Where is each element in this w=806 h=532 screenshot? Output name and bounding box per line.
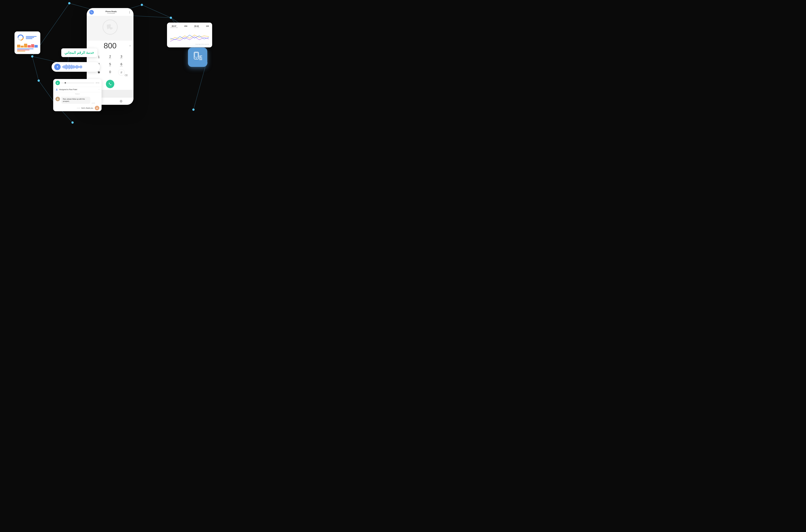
dial-phone-icon (102, 19, 118, 35)
analytics-widget (15, 32, 40, 54)
wave-bar (74, 65, 75, 68)
stat-num-2: 123 (206, 25, 209, 27)
phone-header-center: Phone Ready Counterpath (105, 11, 117, 14)
svg-rect-34 (199, 56, 202, 56)
bar-lines (17, 49, 38, 52)
svg-point-22 (72, 121, 74, 124)
stat-item-1: 00:37 HANDLE TIME (170, 25, 178, 28)
chat-message-text-1: Ravi, please follow up with this prospec… (63, 98, 85, 102)
wave-bar (63, 66, 63, 68)
phone-ready-status: Phone Ready (105, 11, 117, 13)
wave-bar (65, 65, 65, 68)
assigned-row[interactable]: Assigned to Ravi Patel › (53, 87, 101, 92)
donut-chart (17, 34, 24, 41)
reply-time-1: 13:04 (77, 107, 80, 109)
keypad-delete[interactable]: ⌫ (123, 72, 129, 78)
bottom-settings-icon[interactable] (119, 99, 123, 103)
phone-menu-dots[interactable]: ⋮ (128, 11, 131, 14)
stats-top: 00:37 HANDLE TIME 234 00:42 TALK TIME 12… (170, 25, 209, 28)
voice-waveform (62, 64, 97, 70)
chat-reply-1: 13:04 Got it, thank you. (53, 105, 101, 111)
wave-bar (65, 65, 66, 69)
svg-point-17 (141, 4, 143, 6)
keypad-0[interactable]: 0 + (107, 69, 113, 76)
bar-4 (27, 45, 31, 48)
bar-line-1 (17, 49, 34, 49)
wave-bar (71, 65, 72, 69)
reply-text-1: Got it, thank you. (81, 107, 94, 109)
wave-bar (70, 65, 70, 69)
today-label: TODAY (53, 92, 101, 96)
stat-time-2: 00:42 (194, 25, 199, 27)
wave-bar (72, 65, 72, 69)
wave-bar (66, 64, 67, 70)
wave-bar (70, 65, 71, 69)
wave-bar (67, 65, 68, 69)
audio-progress-bar (61, 83, 94, 83)
voice-widget (52, 62, 100, 72)
wave-bar (73, 65, 73, 68)
wave-bar (75, 66, 76, 68)
svg-point-20 (38, 79, 40, 82)
qr-phone-icon (191, 51, 204, 64)
svg-point-24 (192, 109, 195, 111)
svg-point-18 (170, 17, 172, 19)
audio-play-button[interactable]: ▶ (55, 81, 60, 85)
svg-rect-37 (199, 58, 200, 59)
bar-1 (17, 45, 20, 48)
stat-item-3: 00:42 TALK TIME (194, 25, 199, 28)
wave-bar (78, 65, 78, 68)
wave-bar (80, 65, 80, 68)
call-button[interactable] (106, 80, 114, 88)
wave-bar (69, 64, 69, 69)
chat-time-1: 12:45 (92, 102, 95, 104)
donut-line-2 (26, 37, 34, 38)
wave-bar (74, 65, 74, 69)
wave-bar (78, 66, 79, 68)
keypad-5[interactable]: 5 JKL (107, 61, 113, 68)
bar-chart-row (17, 43, 38, 48)
chat-message-1: Ravi, please follow up with this prospec… (53, 96, 101, 105)
clear-number-btn[interactable]: × (129, 44, 131, 48)
svg-point-33 (196, 58, 197, 59)
chart-area (170, 30, 209, 43)
keypad-6[interactable]: 6 MNO (118, 61, 124, 68)
svg-point-19 (31, 55, 33, 58)
dialed-number: 800 (104, 41, 117, 50)
keypad-2[interactable]: 2 ABC (107, 54, 113, 60)
wave-bar (62, 66, 63, 68)
svg-point-15 (68, 2, 71, 4)
audio-time: 00:53 (96, 82, 99, 84)
svg-line-8 (193, 63, 206, 110)
assigned-text: Assigned to Ravi Patel (59, 89, 77, 91)
bar-5 (31, 44, 34, 48)
phone-header: Phone Ready Counterpath ⋮ (87, 8, 133, 16)
svg-rect-35 (199, 57, 201, 57)
bar-line-2 (17, 50, 30, 50)
svg-line-3 (142, 5, 171, 18)
arabic-service-label: خدمة الرقم المجاني (61, 49, 97, 57)
chat-audio-row: ▶ 00:53 (53, 79, 101, 87)
svg-line-5 (32, 56, 39, 81)
chart-date: From May 11th to June 4th (170, 44, 209, 45)
reply-avatar (95, 106, 99, 110)
phone-status-icon (89, 10, 94, 15)
wave-bar (64, 65, 64, 69)
svg-rect-39 (199, 59, 202, 60)
assigned-person-icon (55, 88, 58, 91)
wave-bar (81, 66, 82, 68)
stat-item-2: 234 (184, 25, 187, 28)
chat-widget: ▶ 00:53 Assigned to Ravi Patel › TODAY R… (53, 79, 101, 111)
stat-time-1: 00:37 (170, 25, 178, 27)
wave-bar (81, 65, 81, 69)
mic-button[interactable] (54, 64, 61, 70)
stat-item-4: 123 (206, 25, 209, 28)
chat-bubble-1: Ravi, please follow up with this prospec… (61, 97, 90, 104)
donut-lines (26, 36, 38, 39)
stat-num-1: 234 (184, 25, 187, 27)
wave-bar (77, 65, 77, 69)
svg-rect-38 (201, 58, 202, 59)
keypad-3[interactable]: 3 DEF (118, 54, 124, 60)
audio-progress-dot (65, 82, 66, 83)
stats-widget: 00:37 HANDLE TIME 234 00:42 TALK TIME 12… (167, 23, 212, 48)
